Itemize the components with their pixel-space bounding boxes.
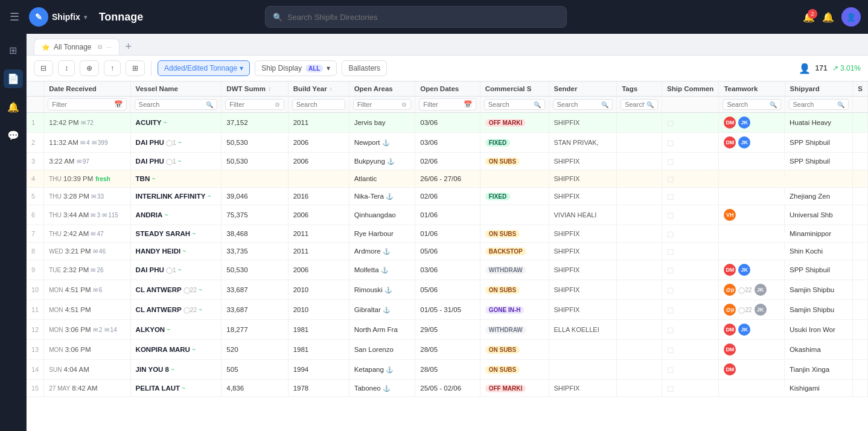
search-commercial-input[interactable]	[488, 101, 532, 108]
upload-button[interactable]: ↑	[104, 60, 121, 76]
brand-dropdown[interactable]: ✎ Shipfix ▾	[29, 7, 87, 27]
filter-date[interactable]: 📅	[48, 98, 126, 110]
table-row[interactable]: 10 MON 4:51 PM ✉6 CL ANTWERP ◯22 ~ 33,68…	[27, 280, 868, 300]
notifications-button[interactable]: 🔔 2	[803, 11, 815, 23]
table-row[interactable]: 1 12:42 PM ✉72 ACUITY ~ 37,152 2011 Jerv…	[27, 113, 868, 133]
search-shipyard-icon: 🔍	[837, 101, 844, 108]
user-avatar[interactable]: 👤	[841, 7, 861, 27]
search-vessel-input[interactable]	[139, 101, 205, 108]
user-select-icon[interactable]: 👤	[799, 63, 811, 74]
open-area-cell: Molfetta ⚓	[349, 260, 415, 280]
search-sender-input[interactable]	[557, 101, 600, 108]
search-teamwork[interactable]: 🔍	[723, 99, 780, 110]
sidebar-icon-chat[interactable]: 💬	[4, 126, 23, 145]
search-shipyard[interactable]: 🔍	[789, 99, 849, 110]
filter-date-input[interactable]	[52, 101, 112, 108]
ship-display-button[interactable]: Ship Display ALL ▾	[255, 60, 337, 76]
col-s[interactable]: S	[853, 81, 868, 97]
col-date-received[interactable]: Date Received	[44, 81, 130, 97]
columns-icon: ⊞	[132, 64, 138, 72]
tags-cell	[617, 170, 662, 188]
table-row[interactable]: 9 TUE 2:32 PM ✉26 DAI PHU ◯1 ~ 50,530 20…	[27, 260, 868, 280]
col-ship-comments[interactable]: Ship Commen	[662, 81, 719, 97]
search-build[interactable]	[292, 99, 345, 110]
search-sender[interactable]: 🔍	[553, 99, 613, 110]
open-date-cell: 26/06 - 27/06	[415, 170, 480, 188]
tab-all-tonnage[interactable]: ⭐ All Tonnage ⧉ ⋯	[34, 39, 120, 55]
col-commercial[interactable]: Commercial S	[480, 81, 549, 97]
tab-copy-icon[interactable]: ⧉	[98, 43, 102, 51]
search-teamwork-input[interactable]	[727, 101, 767, 108]
open-area-cell: Gibraltar ⚓	[349, 300, 415, 320]
search-vessel[interactable]: 🔍	[135, 99, 218, 110]
table-row[interactable]: 8 WED 3:21 PM ✉46 HANDY HEIDI ~ 33,735 2…	[27, 243, 868, 260]
search-tags-input[interactable]	[625, 101, 645, 108]
ballasters-button[interactable]: Ballasters	[342, 60, 387, 76]
col-dwt[interactable]: DWT Summ↕	[222, 81, 288, 97]
dwt-cell: 50,530	[222, 153, 288, 170]
open-area-cell: San Lorenzo	[349, 340, 415, 360]
vessel-cell: INTERLINK AFFINITY ~	[130, 188, 222, 205]
table-row[interactable]: 13 MON 3:06 PM KONPIRA MARU ~ 520 1981 S…	[27, 340, 868, 360]
filter-open-area[interactable]: ⚙	[353, 99, 412, 110]
search-commercial[interactable]: 🔍	[484, 99, 545, 110]
columns-button[interactable]: ⊞	[126, 60, 145, 76]
col-open-areas[interactable]: Open Areas	[349, 81, 415, 97]
commercial-cell: GONE IN-H	[480, 300, 549, 320]
filter-open-area-input[interactable]	[357, 101, 400, 108]
add-button[interactable]: ⊕	[80, 60, 99, 76]
table-row[interactable]: 6 THU 3:44 AM ✉3 ✉115 ANDRIA ~ 75,375 20…	[27, 205, 868, 225]
table-row[interactable]: 5 THU 3:28 PM ✉33 INTERLINK AFFINITY ~ 3…	[27, 188, 868, 205]
filter-open-dates[interactable]: 📅	[419, 98, 476, 110]
add-tab-button[interactable]: +	[122, 39, 136, 54]
vessel-cell: KONPIRA MARU ~	[130, 340, 222, 360]
refresh-button[interactable]: ↕	[58, 60, 75, 76]
table-row[interactable]: 4 THU 10:39 PMfresh TBN ~ Atlantic 26/06…	[27, 170, 868, 188]
shipyard-cell: Universal Shb	[785, 205, 853, 225]
search-shipyard-input[interactable]	[793, 101, 836, 108]
table-row[interactable]: 2 11:32 AM ✉4 ✉399 DAI PHU ◯1 ~ 50,530 2…	[27, 133, 868, 153]
filter-dwt-input[interactable]	[229, 101, 272, 108]
table-row[interactable]: 7 THU 2:42 AM ✉47 STEADY SARAH ~ 38,468 …	[27, 225, 868, 243]
bell-button[interactable]: 🔔	[822, 11, 834, 23]
commercial-cell: BACKSTOP	[480, 243, 549, 260]
open-date-cell: 25/05 - 02/06	[415, 380, 480, 397]
filter-button[interactable]: ⊟	[34, 60, 53, 76]
dwt-cell: 505	[222, 360, 288, 380]
row-number: 7	[27, 225, 44, 243]
search-build-input[interactable]	[296, 101, 341, 108]
global-search-input[interactable]	[287, 13, 559, 22]
col-build-year[interactable]: Build Year↕	[288, 81, 349, 97]
sidebar-icon-doc[interactable]: 📄	[4, 69, 23, 88]
row-number: 8	[27, 243, 44, 260]
table-row[interactable]: 12 MON 3:06 PM ✉2 ✉14 ALKYON ~ 18,277 19…	[27, 320, 868, 340]
col-vessel-name[interactable]: Vessel Name	[130, 81, 222, 97]
global-search[interactable]: 🔍	[265, 6, 567, 28]
table-row[interactable]: 11 MON 4:51 PM CL ANTWERP ◯22 ~ 33,687 2…	[27, 300, 868, 320]
col-tags[interactable]: Tags	[617, 81, 662, 97]
open-area-cell: Atlantic	[349, 170, 415, 188]
ship-comments-cell: ◻	[662, 243, 719, 260]
tags-cell	[617, 188, 662, 205]
filter-open-dates-input[interactable]	[423, 101, 461, 108]
table-row[interactable]: 15 27 MAY 8:42 AM PELITA LAUT ~ 4,836 19…	[27, 380, 868, 397]
shipyard-cell: Minaminippor	[785, 225, 853, 243]
table-row[interactable]: 3 3:22 AM ✉97 DAI PHU ◯1 ~ 50,530 2006 B…	[27, 153, 868, 170]
sidebar-icon-grid[interactable]: ⊞	[5, 41, 21, 60]
table-row[interactable]: 14 SUN 4:04 AM JIN YOU 8 ~ 505 1994 Keta…	[27, 360, 868, 380]
open-area-cell: Bukpyung ⚓	[349, 153, 415, 170]
sender-cell: SHIPFIX	[549, 243, 617, 260]
open-area-cell: North Arm Fra	[349, 320, 415, 340]
col-sender[interactable]: Sender	[549, 81, 617, 97]
search-tags[interactable]: 🔍	[621, 99, 658, 110]
filter-dwt[interactable]: ⚙	[225, 99, 284, 110]
open-area-cell: Rye Harbour	[349, 225, 415, 243]
tags-cell	[617, 205, 662, 225]
hamburger-button[interactable]: ☰	[7, 8, 22, 26]
col-shipyard[interactable]: Shipyard	[785, 81, 853, 97]
col-open-dates[interactable]: Open Dates	[415, 81, 480, 97]
col-teamwork[interactable]: Teamwork	[719, 81, 785, 97]
tab-more-icon[interactable]: ⋯	[106, 44, 112, 51]
sidebar-icon-alert[interactable]: 🔔	[4, 98, 23, 117]
added-edited-button[interactable]: Added/Edited Tonnage ▾	[158, 60, 250, 76]
